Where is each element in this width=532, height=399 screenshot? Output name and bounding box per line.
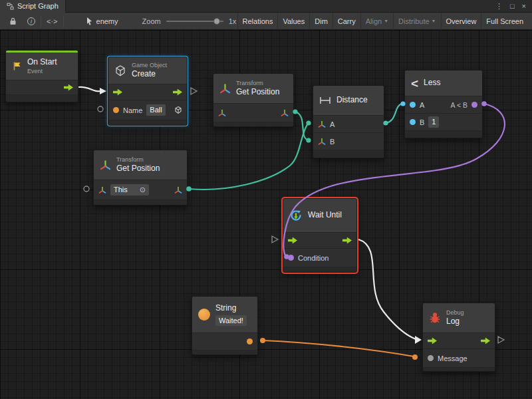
script-graph-window: Script Graph ⋮ □ × i <·> enemy Zoom 1x R…	[0, 0, 532, 399]
string-value-field[interactable]: Waited!	[215, 315, 247, 326]
node-less[interactable]: < Less A A < B B 1	[404, 70, 483, 138]
window-menu-icon[interactable]: ⋮	[495, 3, 503, 10]
distribute-button[interactable]: Distribute▼	[393, 13, 440, 30]
control-input-port[interactable]	[288, 237, 297, 244]
port-label-b: B	[330, 138, 334, 146]
node-title: Distance	[336, 95, 368, 106]
graph-breadcrumb[interactable]: enemy	[86, 17, 118, 25]
wire-onstart-to-create[interactable]	[78, 87, 100, 92]
wire-getpos-bottom-to-distance-a[interactable]	[189, 124, 308, 190]
vector-input-port-b[interactable]	[318, 138, 326, 146]
wire-endpoint	[306, 138, 311, 142]
node-footer	[6, 94, 78, 102]
output-label: A < B	[451, 101, 467, 109]
input-port-b[interactable]	[410, 119, 416, 125]
control-output-port[interactable]	[64, 84, 73, 91]
node-title: Create	[132, 69, 167, 80]
node-create[interactable]: Game Object Create Name Ball	[108, 57, 188, 126]
zoom-slider-handle[interactable]	[213, 18, 220, 25]
condition-input-port[interactable]	[288, 255, 294, 261]
unconnected-value-port-marker[interactable]	[84, 186, 89, 192]
message-input-port[interactable]	[428, 355, 434, 361]
close-icon[interactable]: ×	[522, 3, 526, 10]
node-wait-until[interactable]: Wait Until Condition	[283, 198, 357, 273]
this-value-field[interactable]: This⊙	[110, 184, 149, 195]
node-title: String	[215, 303, 247, 314]
graph-canvas[interactable]: On Start Event Game Object Create	[0, 30, 532, 399]
node-footer	[213, 122, 293, 126]
title-bar: Script Graph ⋮ □ ×	[0, 0, 532, 13]
zoom-slider[interactable]	[166, 21, 223, 22]
target-picker-icon[interactable]: ⊙	[140, 185, 146, 194]
node-footer	[313, 150, 384, 158]
relations-button[interactable]: Relations	[237, 13, 278, 30]
node-footer	[108, 120, 187, 125]
unconnected-control-port-marker[interactable]	[272, 236, 278, 243]
code-icon[interactable]: <·>	[41, 13, 63, 30]
node-distance[interactable]: Distance A B	[313, 85, 384, 158]
flag-icon	[12, 61, 22, 71]
node-footer	[405, 130, 482, 138]
dim-button[interactable]: Dim	[309, 13, 332, 30]
transform-input-port[interactable]	[218, 109, 226, 117]
name-value-field[interactable]: Ball	[146, 104, 165, 115]
name-port-label: Name	[123, 106, 142, 114]
node-get-position-bottom[interactable]: Transform Get Position This⊙	[93, 150, 188, 205]
control-input-port[interactable]	[113, 89, 122, 96]
name-input-port[interactable]	[113, 107, 119, 113]
node-title: Get Position	[116, 164, 160, 174]
maximize-icon[interactable]: □	[510, 3, 515, 10]
control-output-port[interactable]	[173, 89, 182, 96]
port-label-b: B	[420, 118, 424, 126]
vector-input-port-a[interactable]	[318, 120, 326, 128]
tab-script-graph[interactable]: Script Graph	[0, 0, 66, 13]
result-output-port[interactable]	[471, 102, 477, 108]
position-output-port[interactable]	[174, 186, 182, 194]
position-output-port[interactable]	[281, 109, 289, 117]
carry-button[interactable]: Carry	[332, 13, 360, 30]
control-output-port[interactable]	[342, 237, 352, 244]
node-title: Less	[424, 78, 440, 88]
game-object-output-port[interactable]	[174, 106, 182, 114]
unconnected-control-port-marker[interactable]	[498, 336, 504, 343]
string-output-port[interactable]	[247, 338, 253, 344]
transform-icon	[219, 83, 231, 94]
b-value-field[interactable]: 1	[428, 116, 439, 127]
port-label-a: A	[330, 120, 334, 128]
node-string[interactable]: String Waited!	[192, 296, 258, 355]
node-footer	[283, 267, 356, 272]
control-input-port[interactable]	[428, 338, 437, 344]
unconnected-control-port-marker[interactable]	[191, 88, 197, 94]
transform-input-port[interactable]	[98, 186, 106, 194]
unconnected-value-port-marker[interactable]	[98, 106, 103, 112]
info-icon[interactable]: i	[22, 13, 41, 30]
node-title: Get Position	[236, 87, 279, 98]
message-label: Message	[438, 354, 467, 362]
node-log[interactable]: Debug Log Message	[422, 303, 495, 372]
node-get-position-top[interactable]: Transform Get Position	[213, 73, 294, 127]
lock-icon[interactable]	[4, 13, 22, 30]
string-icon	[198, 309, 210, 321]
wire-arrowhead	[415, 336, 422, 344]
overview-button[interactable]: Overview	[441, 13, 481, 30]
node-footer	[192, 350, 257, 354]
node-on-start[interactable]: On Start Event	[5, 50, 78, 102]
node-subtitle: Event	[27, 68, 57, 75]
node-title: Wait Until	[308, 210, 342, 221]
node-title: On Start	[27, 57, 57, 68]
wire-string-to-message[interactable]	[263, 340, 414, 356]
control-output-port[interactable]	[481, 338, 490, 344]
pointer-icon	[86, 17, 93, 25]
window-controls: ⋮ □ ×	[489, 3, 532, 10]
wire-getpos-top-to-distance-b[interactable]	[295, 112, 307, 140]
input-port-a[interactable]	[410, 102, 416, 108]
graph-name: enemy	[96, 17, 118, 25]
full-screen-button[interactable]: Full Screen	[481, 13, 528, 30]
wire-distance-to-less-a[interactable]	[386, 104, 402, 123]
values-button[interactable]: Values	[277, 13, 309, 30]
cube-icon	[114, 65, 126, 77]
align-button[interactable]: Align▼	[360, 13, 393, 30]
wire-wait-to-log[interactable]	[358, 239, 416, 339]
toolbar-separator	[63, 15, 64, 27]
port-label-a: A	[420, 101, 424, 109]
